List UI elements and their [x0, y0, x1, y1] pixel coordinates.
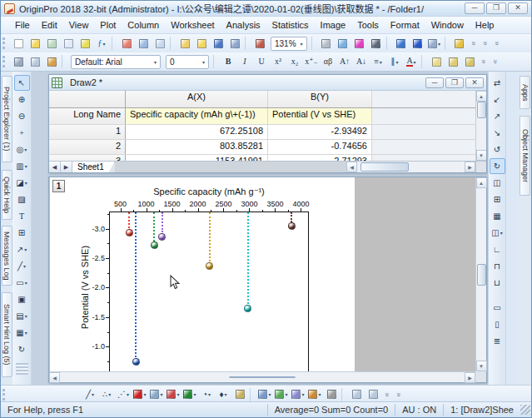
menu-edit[interactable]: Edit	[36, 17, 63, 32]
align-left-icon[interactable]: ▭	[490, 300, 505, 316]
3d-surface-plot-icon[interactable]: ▾	[274, 387, 289, 402]
toolbar-grip[interactable]	[2, 389, 7, 401]
insert-image-tool[interactable]: ▦▾	[14, 325, 30, 341]
menu-image[interactable]: Image	[315, 17, 352, 32]
panel-tab-object-manager[interactable]: Object Manager	[520, 116, 530, 196]
cell-a[interactable]: 672.25108	[126, 125, 268, 139]
row-number[interactable]: 3	[49, 155, 126, 161]
column-header-a[interactable]: A(X)	[126, 91, 268, 107]
menu-tools[interactable]: Tools	[351, 17, 385, 32]
layout-9panel-icon[interactable]: ▦	[490, 208, 505, 224]
merge-layers-icon[interactable]: ◫▾	[490, 225, 505, 241]
rectangle-tool[interactable]: ▭▾	[14, 275, 30, 291]
toolbar-overflow-icon[interactable]: »	[480, 56, 488, 67]
cell-b[interactable]: -2.93492	[268, 125, 372, 139]
hand-tool[interactable]: ▣	[14, 291, 30, 307]
menu-column[interactable]: Column	[122, 17, 165, 32]
line-plot-icon[interactable]: ╱▾	[82, 387, 97, 402]
cell-b[interactable]: -2.71293	[268, 155, 372, 161]
scroll-down-icon[interactable]: ▼	[476, 361, 487, 371]
panel-tab-project-explorer-1[interactable]: Project Explorer (1)	[2, 76, 12, 162]
text-tool[interactable]: T	[14, 208, 30, 224]
toolbar-overflow-icon[interactable]: »	[493, 37, 501, 49]
long-name-label[interactable]: Long Name	[49, 108, 126, 124]
row-number[interactable]: 2	[49, 140, 126, 154]
save-window-icon[interactable]	[227, 36, 242, 51]
menu-format[interactable]: Format	[385, 17, 425, 32]
column-format-button[interactable]: ∥▾	[387, 54, 402, 69]
enlarge-page-icon[interactable]: ↗	[490, 108, 505, 124]
scroll-up-icon[interactable]: ▲	[476, 177, 487, 188]
cell-a[interactable]: 803.85281	[126, 140, 268, 154]
copy-page-icon[interactable]	[136, 36, 151, 51]
status-active-window[interactable]: 1: [Draw2]Shee	[444, 405, 520, 415]
toolbar-overflow-icon[interactable]: »	[481, 37, 490, 49]
template-library-icon[interactable]: ▾	[149, 387, 164, 402]
worksheet-minimize-button[interactable]: ─	[425, 77, 444, 88]
insert-graph-tool[interactable]: ▤▾	[14, 308, 30, 324]
worksheet-restore-button[interactable]: ❐	[445, 77, 464, 88]
data-point[interactable]	[288, 222, 296, 230]
new-layout-icon[interactable]	[119, 36, 134, 51]
data-point[interactable]	[244, 305, 251, 312]
worksheet-horizontal-scrollbar[interactable]: ◀ ▶	[346, 162, 475, 172]
graph-vertical-scrollbar[interactable]: ▲ ▼	[475, 177, 486, 371]
sheet-tab-next-icon[interactable]: ▶	[61, 162, 72, 172]
sheet-tab[interactable]: Sheet1	[72, 162, 115, 172]
data-selector-tool[interactable]: ▥▾	[14, 158, 30, 174]
align-top-icon[interactable]: ▯	[490, 316, 505, 332]
scrollbar-thumb[interactable]	[477, 102, 486, 118]
toolbar-grip[interactable]	[2, 37, 7, 49]
column-plot-icon[interactable]: ▾	[132, 387, 147, 402]
scatter-plot-icon[interactable]: ∴▾	[99, 387, 114, 402]
layout-panes-icon[interactable]: ▾	[427, 36, 442, 51]
box-plot-icon[interactable]: ▾	[166, 387, 181, 402]
cut-icon[interactable]	[11, 54, 26, 69]
scrollbar-thumb[interactable]	[477, 264, 486, 286]
image-capture-icon[interactable]	[352, 36, 367, 51]
equation-tool[interactable]: ⊞	[14, 225, 30, 241]
graph-window-icon[interactable]	[232, 387, 247, 402]
save-project-icon[interactable]	[211, 36, 226, 51]
polar-plot-icon[interactable]: ◔▾	[199, 387, 214, 402]
screen-reader-tool[interactable]: +	[14, 125, 30, 141]
menu-view[interactable]: View	[63, 17, 95, 32]
copy-icon[interactable]	[27, 54, 42, 69]
new-layer-right-y-icon[interactable]: ∟	[490, 241, 505, 257]
refresh-icon[interactable]: ↺	[490, 142, 505, 157]
menu-help[interactable]: Help	[470, 17, 500, 32]
zoom-select[interactable]: 131%▾	[271, 37, 307, 51]
decrease-font-button[interactable]: A↓	[354, 54, 369, 69]
worksheet-ops-icon[interactable]	[349, 387, 364, 402]
font-color-button[interactable]: A▾	[404, 54, 419, 69]
stock-plot-icon[interactable]: ♦▾	[216, 387, 231, 402]
greek-button[interactable]: αβ	[321, 54, 336, 69]
subscript-button[interactable]: x₂	[287, 54, 302, 69]
run-script-icon[interactable]	[252, 36, 267, 51]
data-point[interactable]	[126, 229, 133, 236]
video-icon[interactable]	[369, 36, 384, 51]
data-point[interactable]	[132, 358, 140, 366]
pointer-tool[interactable]: ↖	[14, 75, 30, 91]
menu-worksheet[interactable]: Worksheet	[165, 17, 220, 32]
toolbar-overflow-pattern[interactable]	[16, 363, 28, 375]
3d-plot-icon[interactable]: ▾	[257, 387, 272, 402]
print-icon[interactable]	[319, 36, 334, 51]
graph-window[interactable]: 1Specific capacity (mAh g⁻¹)500100015002…	[48, 177, 487, 383]
scrollbar-thumb[interactable]	[360, 162, 409, 172]
digits-decrease-icon[interactable]	[462, 54, 477, 69]
zoom-out-tool[interactable]: ⊖	[14, 108, 30, 124]
open-icon[interactable]	[27, 36, 42, 51]
scroll-left-icon[interactable]: ◀	[346, 162, 357, 172]
superscript-button[interactable]: x²	[271, 54, 286, 69]
swap-axes-icon[interactable]: ⇄	[490, 75, 505, 91]
bold-button[interactable]: B	[221, 54, 236, 69]
arrow-tool[interactable]: ↗▾	[14, 241, 30, 257]
scroll-right-icon[interactable]: ▶	[465, 372, 475, 383]
y-axis-title[interactable]: Potential (V vs SHE)	[80, 246, 90, 329]
rotate-tool[interactable]: ↻	[14, 341, 30, 357]
presentation-icon[interactable]	[336, 36, 351, 51]
layout-4panel-icon[interactable]: ⊞	[490, 192, 505, 207]
paste-icon[interactable]	[44, 54, 59, 69]
shrink-page-icon[interactable]: ↙	[490, 92, 505, 107]
